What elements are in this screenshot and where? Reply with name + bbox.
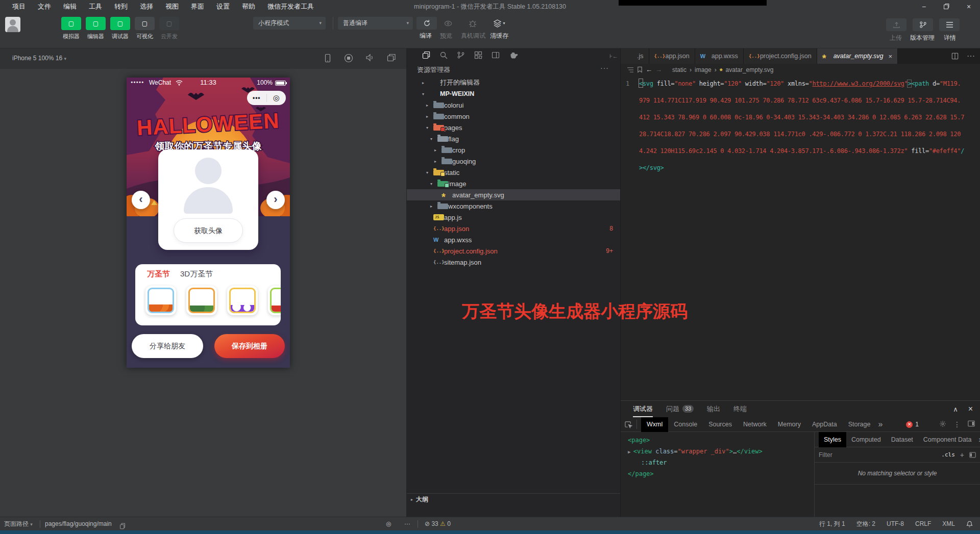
tree-row[interactable]: ▾ image	[407, 178, 620, 189]
toggle-class-button[interactable]: .cls	[941, 451, 955, 458]
notifications-bell-icon[interactable]	[966, 521, 973, 528]
inspect-element-icon[interactable]	[625, 421, 632, 428]
menu-item[interactable]: 视图	[159, 0, 185, 13]
tree-row[interactable]: project.config.json 9+	[407, 245, 620, 257]
editor-tab[interactable]: app.wxss	[695, 48, 744, 64]
frame-thumbnail[interactable]	[186, 286, 217, 315]
mode-button[interactable]: ▢ 可视化	[135, 17, 155, 40]
device-selector[interactable]: iPhone 5 100% 16 ▾	[12, 55, 66, 62]
breadcrumb-folder[interactable]: static	[672, 66, 687, 73]
statusbar-info-item[interactable]: 空格: 2	[856, 517, 875, 531]
statusbar-more-icon[interactable]: ···	[404, 517, 410, 531]
collapse-panel-icon[interactable]: ∧	[953, 405, 958, 413]
code-editor[interactable]: 1<svg fill="none" height="120" width="12…	[621, 75, 980, 176]
styles-tab[interactable]: Dataset	[886, 432, 918, 447]
outline-section[interactable]: ▸ 大纲	[407, 493, 620, 505]
editor-more-icon[interactable]: ···	[967, 52, 975, 61]
devtools-tab[interactable]: Network	[738, 417, 772, 432]
editor-tab[interactable]: project.config.json	[744, 48, 817, 64]
preview-button[interactable]	[438, 17, 458, 30]
menu-item[interactable]: 工具	[83, 0, 108, 13]
watch-icon[interactable]: ◎	[386, 517, 391, 531]
search-icon[interactable]	[439, 51, 448, 61]
page-path-selector[interactable]: 页面路径 ▾	[4, 517, 33, 531]
mute-icon[interactable]	[365, 54, 375, 62]
tree-row[interactable]: ▸ common	[407, 111, 620, 122]
remote-debug-button[interactable]	[462, 17, 483, 30]
statusbar-info-item[interactable]: XML	[942, 517, 955, 531]
styles-tab[interactable]: Component Data	[918, 432, 977, 447]
teapot-icon[interactable]	[509, 52, 518, 61]
mode-button[interactable]: ▢ 编辑器	[86, 17, 106, 40]
close-tab-icon[interactable]: ×	[888, 53, 892, 60]
menu-item[interactable]: 选择	[134, 0, 159, 13]
frame-thumbnail[interactable]	[227, 286, 258, 315]
mode-select[interactable]: 小程序模式 ▾	[253, 17, 326, 30]
upload-button[interactable]	[886, 18, 906, 31]
frame-thumbnail[interactable]	[268, 286, 281, 315]
forward-icon[interactable]: →	[655, 66, 662, 73]
capsule-more-icon[interactable]: •••	[247, 94, 266, 101]
explorer-more-icon[interactable]: ···	[600, 64, 609, 72]
mode-button[interactable]: ▢ 模拟器	[61, 17, 81, 40]
tree-row[interactable]: ▾ static	[407, 167, 620, 178]
new-style-rule-button[interactable]: +	[960, 451, 964, 459]
share-button[interactable]: 分享给朋友	[132, 334, 203, 358]
tree-row[interactable]: ▾ MP-WEIXIN	[407, 88, 620, 99]
split-editor-icon[interactable]	[951, 53, 959, 60]
compile-button[interactable]	[416, 17, 437, 30]
compile-select[interactable]: 普通编译 ▾	[338, 17, 413, 30]
menu-item[interactable]: 设置	[210, 0, 236, 13]
capsule-exit-icon[interactable]: ◎	[267, 91, 286, 105]
more-tabs-icon[interactable]: »	[878, 420, 883, 429]
files-icon[interactable]	[422, 51, 430, 61]
devtools-tab[interactable]: Console	[668, 417, 703, 432]
clear-cache-button[interactable]: ▾	[487, 17, 511, 30]
details-button[interactable]	[939, 18, 960, 31]
back-icon[interactable]: ←	[646, 66, 652, 73]
miniprogram-capsule[interactable]: ••• ◎	[247, 91, 286, 105]
toggle-sidebar-icon[interactable]	[969, 452, 976, 458]
console-error-badge[interactable]: ✕ 1	[906, 421, 919, 428]
editor-tab[interactable]: app.json	[649, 48, 695, 64]
devtools-tab[interactable]: Wxml	[641, 417, 668, 432]
record-icon[interactable]	[344, 54, 353, 63]
bookmark-icon[interactable]	[637, 66, 643, 73]
menu-item[interactable]: 转到	[108, 0, 134, 13]
maximize-button[interactable]	[935, 0, 958, 13]
tab-terminal[interactable]: 终端	[733, 401, 747, 417]
tab-3d-halloween[interactable]: 3D万圣节	[180, 269, 213, 279]
styles-tab[interactable]: Styles	[819, 432, 846, 447]
page-path-value[interactable]: pages/flag/guoqing/main	[45, 517, 112, 531]
tree-row[interactable]: ▸ 打开的编辑器	[407, 77, 620, 88]
prev-frame-button[interactable]: ‹	[132, 191, 150, 209]
plugins-icon[interactable]	[474, 51, 482, 61]
next-frame-button[interactable]: ›	[266, 191, 285, 209]
dock-side-icon[interactable]	[968, 420, 975, 428]
frame-thumbnail[interactable]	[145, 286, 176, 315]
menu-item[interactable]: 文件	[32, 0, 57, 13]
statusbar-info-item[interactable]: 行 1, 列 1	[819, 517, 845, 531]
rotate-device-icon[interactable]	[324, 54, 332, 63]
tree-row[interactable]: ▸ wxcomponents	[407, 200, 620, 212]
tab-halloween[interactable]: 万圣节	[147, 269, 170, 279]
version-button[interactable]	[913, 18, 933, 31]
breadcrumb-file[interactable]: avatar_empty.svg	[726, 66, 774, 73]
minimize-button[interactable]: −	[913, 0, 935, 13]
mode-button[interactable]: ▢ 云开发	[159, 17, 179, 40]
styles-tab[interactable]: Computed	[846, 432, 886, 447]
tree-row[interactable]: app.js	[407, 212, 620, 223]
statusbar-info-item[interactable]: CRLF	[915, 517, 931, 531]
error-counter[interactable]: ⊘ 33 ⚠ 0	[425, 517, 451, 531]
get-avatar-button[interactable]: 获取头像	[174, 218, 243, 243]
devtools-tab[interactable]: Memory	[772, 417, 806, 432]
close-panel-icon[interactable]: ×	[968, 404, 973, 414]
user-avatar[interactable]	[5, 17, 20, 32]
devtools-more-icon[interactable]: ⋮	[953, 420, 961, 428]
menu-item[interactable]: 帮助	[236, 0, 261, 13]
menu-item[interactable]: 项目	[6, 0, 32, 13]
tab-problems[interactable]: 问题33	[666, 401, 694, 417]
styles-filter-input[interactable]	[819, 451, 941, 459]
wxml-tree[interactable]: <page> ▶ <view class="wrapper _div">…</v…	[621, 432, 814, 517]
tab-output[interactable]: 输出	[707, 401, 720, 417]
